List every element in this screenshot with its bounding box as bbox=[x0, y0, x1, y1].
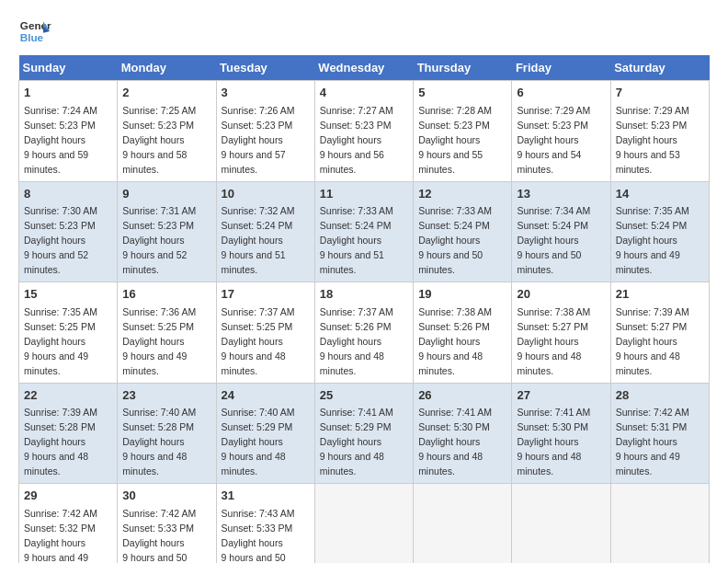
day-number: 13 bbox=[517, 186, 605, 203]
daylight-label: Daylight hours bbox=[122, 436, 184, 447]
daylight-label: Daylight hours bbox=[320, 336, 381, 347]
sunset: Sunset: 5:24 PM bbox=[222, 220, 293, 231]
sunset: Sunset: 5:25 PM bbox=[122, 321, 194, 332]
sunset: Sunset: 5:33 PM bbox=[122, 523, 194, 534]
sunset: Sunset: 5:24 PM bbox=[418, 220, 490, 231]
daylight-label: Daylight hours bbox=[222, 436, 283, 447]
day-number: 20 bbox=[517, 286, 605, 304]
daylight-value: 9 hours and 51 minutes. bbox=[222, 249, 286, 275]
daylight-label: Daylight hours bbox=[24, 537, 85, 548]
sunset: Sunset: 5:28 PM bbox=[24, 421, 96, 432]
sunset: Sunset: 5:23 PM bbox=[418, 120, 490, 131]
day-number: 17 bbox=[222, 286, 310, 304]
sunset: Sunset: 5:27 PM bbox=[616, 321, 688, 332]
day-number: 18 bbox=[320, 286, 408, 304]
day-number: 12 bbox=[418, 186, 506, 203]
sunset: Sunset: 5:23 PM bbox=[122, 120, 194, 131]
daylight-value: 9 hours and 48 minutes. bbox=[517, 451, 581, 477]
calendar-cell bbox=[610, 484, 709, 563]
day-number: 8 bbox=[24, 186, 112, 203]
daylight-value: 9 hours and 55 minutes. bbox=[418, 149, 483, 175]
sunset: Sunset: 5:30 PM bbox=[517, 421, 588, 432]
calendar-cell: 2Sunrise: 7:25 AMSunset: 5:23 PMDaylight… bbox=[118, 81, 216, 182]
sunset: Sunset: 5:31 PM bbox=[616, 421, 688, 432]
day-number: 22 bbox=[24, 387, 112, 405]
day-number: 16 bbox=[122, 286, 210, 304]
daylight-value: 9 hours and 50 minutes. bbox=[122, 552, 187, 563]
daylight-value: 9 hours and 49 minutes. bbox=[122, 350, 187, 376]
daylight-label: Daylight hours bbox=[222, 235, 283, 246]
sunset: Sunset: 5:25 PM bbox=[24, 321, 96, 332]
sunrise: Sunrise: 7:41 AM bbox=[418, 407, 492, 418]
daylight-label: Daylight hours bbox=[24, 235, 85, 246]
daylight-value: 9 hours and 50 minutes. bbox=[222, 552, 286, 563]
daylight-value: 9 hours and 49 minutes. bbox=[24, 350, 88, 376]
daylight-label: Daylight hours bbox=[517, 235, 578, 246]
daylight-label: Daylight hours bbox=[222, 336, 283, 347]
sunset: Sunset: 5:23 PM bbox=[517, 120, 588, 131]
daylight-value: 9 hours and 48 minutes. bbox=[418, 451, 483, 477]
daylight-value: 9 hours and 48 minutes. bbox=[517, 350, 581, 376]
sunset: Sunset: 5:24 PM bbox=[616, 220, 688, 231]
day-number: 9 bbox=[122, 186, 210, 203]
day-number: 25 bbox=[320, 387, 408, 405]
day-number: 31 bbox=[222, 488, 310, 505]
sunrise: Sunrise: 7:33 AM bbox=[418, 205, 492, 216]
sunrise: Sunrise: 7:35 AM bbox=[24, 306, 97, 317]
daylight-label: Daylight hours bbox=[418, 336, 480, 347]
sunrise: Sunrise: 7:39 AM bbox=[616, 306, 689, 317]
sunrise: Sunrise: 7:32 AM bbox=[222, 205, 295, 216]
page-header: General Blue bbox=[18, 15, 710, 48]
sunset: Sunset: 5:25 PM bbox=[222, 321, 293, 332]
day-number: 19 bbox=[418, 286, 506, 304]
calendar-cell: 23Sunrise: 7:40 AMSunset: 5:28 PMDayligh… bbox=[118, 383, 216, 484]
calendar-week-5: 29Sunrise: 7:42 AMSunset: 5:32 PMDayligh… bbox=[19, 484, 710, 563]
calendar-cell bbox=[314, 484, 413, 563]
calendar-week-4: 22Sunrise: 7:39 AMSunset: 5:28 PMDayligh… bbox=[19, 383, 710, 484]
calendar-cell: 6Sunrise: 7:29 AMSunset: 5:23 PMDaylight… bbox=[512, 81, 610, 182]
sunrise: Sunrise: 7:40 AM bbox=[122, 407, 196, 418]
sunset: Sunset: 5:29 PM bbox=[320, 421, 392, 432]
daylight-label: Daylight hours bbox=[517, 336, 578, 347]
calendar-cell: 30Sunrise: 7:42 AMSunset: 5:33 PMDayligh… bbox=[118, 484, 216, 563]
daylight-value: 9 hours and 52 minutes. bbox=[122, 249, 187, 275]
daylight-label: Daylight hours bbox=[517, 134, 578, 145]
calendar-cell: 19Sunrise: 7:38 AMSunset: 5:26 PMDayligh… bbox=[414, 282, 512, 384]
daylight-value: 9 hours and 54 minutes. bbox=[517, 149, 581, 175]
daylight-label: Daylight hours bbox=[320, 436, 381, 447]
header-thursday: Thursday bbox=[414, 55, 512, 81]
calendar-cell bbox=[414, 484, 512, 563]
calendar-cell: 20Sunrise: 7:38 AMSunset: 5:27 PMDayligh… bbox=[512, 282, 610, 384]
sunrise: Sunrise: 7:37 AM bbox=[320, 306, 393, 317]
daylight-value: 9 hours and 49 minutes. bbox=[616, 249, 680, 275]
day-number: 4 bbox=[320, 85, 408, 102]
day-number: 27 bbox=[517, 387, 605, 405]
calendar-cell: 3Sunrise: 7:26 AMSunset: 5:23 PMDaylight… bbox=[216, 81, 314, 182]
calendar-cell: 7Sunrise: 7:29 AMSunset: 5:23 PMDaylight… bbox=[610, 81, 709, 182]
day-number: 24 bbox=[222, 387, 310, 405]
calendar-cell bbox=[512, 484, 610, 563]
calendar-cell: 28Sunrise: 7:42 AMSunset: 5:31 PMDayligh… bbox=[610, 383, 709, 484]
daylight-value: 9 hours and 48 minutes. bbox=[320, 451, 384, 477]
sunrise: Sunrise: 7:42 AM bbox=[24, 508, 97, 519]
sunrise: Sunrise: 7:38 AM bbox=[418, 306, 492, 317]
daylight-label: Daylight hours bbox=[122, 235, 184, 246]
daylight-label: Daylight hours bbox=[24, 336, 85, 347]
day-number: 3 bbox=[222, 85, 310, 102]
calendar-week-1: 1Sunrise: 7:24 AMSunset: 5:23 PMDaylight… bbox=[19, 81, 710, 182]
calendar-cell: 9Sunrise: 7:31 AMSunset: 5:23 PMDaylight… bbox=[118, 181, 216, 282]
sunset: Sunset: 5:23 PM bbox=[24, 120, 96, 131]
daylight-value: 9 hours and 57 minutes. bbox=[222, 149, 286, 175]
daylight-label: Daylight hours bbox=[122, 537, 184, 548]
sunrise: Sunrise: 7:27 AM bbox=[320, 105, 393, 116]
daylight-label: Daylight hours bbox=[616, 336, 677, 347]
calendar-cell: 31Sunrise: 7:43 AMSunset: 5:33 PMDayligh… bbox=[216, 484, 314, 563]
calendar-cell: 8Sunrise: 7:30 AMSunset: 5:23 PMDaylight… bbox=[19, 181, 118, 282]
daylight-label: Daylight hours bbox=[222, 537, 283, 548]
sunrise: Sunrise: 7:29 AM bbox=[517, 105, 590, 116]
calendar-cell: 15Sunrise: 7:35 AMSunset: 5:25 PMDayligh… bbox=[19, 282, 118, 384]
day-number: 29 bbox=[24, 488, 112, 505]
daylight-value: 9 hours and 48 minutes. bbox=[320, 350, 384, 376]
sunrise: Sunrise: 7:40 AM bbox=[222, 407, 295, 418]
sunrise: Sunrise: 7:42 AM bbox=[122, 508, 196, 519]
